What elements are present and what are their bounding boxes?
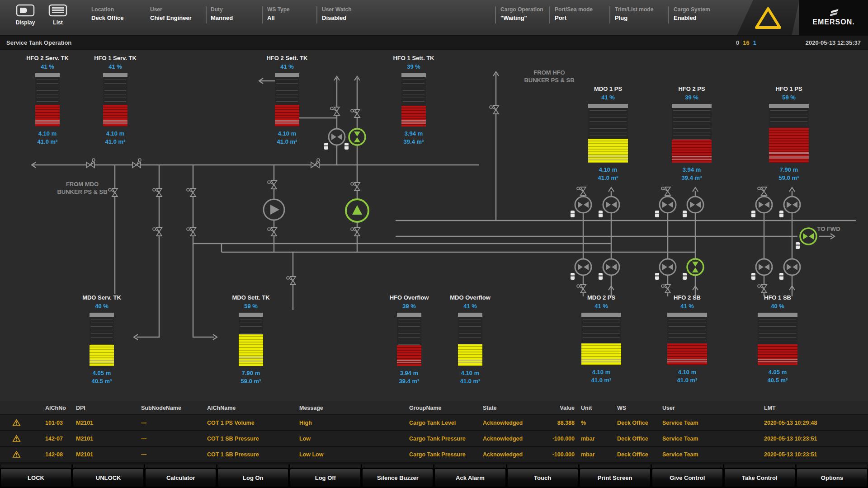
- actuated-valve-closed-icon[interactable]: [655, 259, 676, 280]
- tank-mdo-1-ps[interactable]: MDO 1 PS 41 % 4.10 m 41.0 m³: [574, 85, 642, 181]
- system-timestamp: 2020-05-13 12:35:37: [806, 39, 861, 46]
- separator: [668, 6, 669, 23]
- flow-arrow-icon: [693, 188, 698, 192]
- pump-running-icon[interactable]: [346, 199, 368, 222]
- process-diagram: FROM MDO BUNKER PS & SB FROM HFO BUNKER …: [0, 50, 868, 401]
- tank-hfo-1-sb[interactable]: HFO 1 SB 40 % 4.05 m 40.5 m³: [744, 294, 811, 384]
- actuated-valve-closed-icon[interactable]: [683, 197, 703, 217]
- manual-valve-icon[interactable]: [187, 228, 196, 236]
- page-title: Service Tank Operation: [6, 39, 71, 46]
- manual-valve-icon[interactable]: [268, 181, 277, 189]
- manual-valve-icon[interactable]: [351, 228, 360, 236]
- take-control-button[interactable]: Take Control: [724, 469, 795, 487]
- manual-valve-icon[interactable]: [153, 188, 162, 197]
- tank-hfo-1-ps[interactable]: HFO 1 PS 59 % 7.90 m 59.0 m³: [755, 85, 823, 181]
- tank-level-bar: [588, 104, 628, 163]
- manual-valve-icon[interactable]: [330, 107, 340, 115]
- manual-valve-icon[interactable]: [311, 159, 320, 168]
- tank-mdo-sett[interactable]: MDO Sett. TK 59 % 7.90 m 59.0 m³: [224, 294, 278, 385]
- manual-valve-icon[interactable]: [287, 277, 296, 285]
- silence-buzzer-button[interactable]: Silence Buzzer: [362, 469, 433, 487]
- tank-hfo-2-serv[interactable]: HFO 2 Serv. TK 41 % 4.10 m 41.0 m³: [20, 55, 75, 145]
- touch-button[interactable]: Touch: [507, 469, 578, 487]
- manual-valve-icon[interactable]: [351, 183, 360, 191]
- label-from-hfo: FROM HFO: [533, 69, 565, 76]
- title-bar: Service Tank Operation 0161 2020-05-13 1…: [0, 36, 868, 50]
- manual-valve-icon[interactable]: [108, 188, 118, 197]
- tank-hfo-2-sb[interactable]: HFO 2 SB 41 % 4.10 m 41.0 m³: [653, 294, 721, 384]
- manual-valve-icon[interactable]: [577, 285, 586, 293]
- actuated-valve-open-icon[interactable]: [344, 129, 365, 150]
- field-user-watch: User Watch Disabled: [322, 6, 352, 21]
- tank-hfo-1-sett[interactable]: HFO 1 Sett. TK 39 % 3.94 m 39.4 m³: [387, 55, 441, 145]
- separator: [549, 6, 550, 23]
- options-button[interactable]: Options: [797, 469, 868, 487]
- manual-valve-icon[interactable]: [351, 109, 360, 117]
- field-cargo-operation: Cargo Operation "Waiting": [500, 6, 543, 21]
- tank-hfo-1-serv[interactable]: HFO 1 Serv. TK 41 % 4.10 m 41.0 m³: [88, 55, 142, 145]
- log-on-button[interactable]: Log On: [217, 469, 288, 487]
- actuated-valve-closed-icon[interactable]: [751, 197, 772, 217]
- manual-valve-icon[interactable]: [758, 187, 767, 195]
- manual-valve-icon[interactable]: [758, 285, 767, 293]
- tank-level-bar: [458, 313, 482, 366]
- alarm-row[interactable]: 142-08 M2101 --- COT 1 SB Pressure Low L…: [0, 447, 868, 463]
- tank-level-bar: [769, 104, 809, 163]
- flow-arrow-icon: [609, 188, 614, 192]
- actuated-valve-closed-icon[interactable]: [779, 197, 800, 217]
- tank-hfo-2-ps[interactable]: HFO 2 PS 39 % 3.94 m 39.4 m³: [658, 85, 726, 181]
- tank-level-bar: [581, 313, 621, 365]
- pump-stopped-icon[interactable]: [264, 199, 284, 220]
- calculator-button[interactable]: Calculator: [145, 469, 216, 487]
- tank-hfo-overflow[interactable]: HFO Overflow 39 % 3.94 m 39.4 m³: [382, 294, 436, 385]
- display-button[interactable]: Display: [11, 4, 40, 26]
- manual-valve-icon[interactable]: [577, 187, 586, 195]
- col-groupname: GroupName: [409, 401, 483, 414]
- tank-mdo-2-ps[interactable]: MDO 2 PS 41 % 4.10 m 41.0 m³: [567, 294, 635, 384]
- unlock-button[interactable]: UNLOCK: [73, 469, 144, 487]
- actuated-valve-closed-icon[interactable]: [599, 197, 619, 217]
- display-icon: [16, 4, 35, 19]
- actuated-valve-closed-icon[interactable]: [751, 259, 772, 280]
- actuated-valve-open-icon[interactable]: [683, 259, 703, 280]
- list-button[interactable]: List: [43, 4, 72, 26]
- button-bar-strip: [0, 465, 868, 468]
- manual-valve-icon[interactable]: [132, 159, 141, 168]
- alarm-status-panel[interactable]: [737, 0, 799, 35]
- tank-level-bar: [672, 104, 712, 163]
- actuated-valve-closed-icon[interactable]: [599, 259, 619, 280]
- actuated-valve-open-icon[interactable]: [796, 228, 816, 249]
- manual-valve-icon[interactable]: [187, 188, 196, 197]
- manual-valve-icon[interactable]: [490, 106, 499, 114]
- log-off-button[interactable]: Log Off: [290, 469, 361, 487]
- manual-valve-icon[interactable]: [268, 228, 277, 236]
- col-unit: Unit: [581, 401, 617, 414]
- lock-button[interactable]: LOCK: [0, 469, 71, 487]
- tank-mdo-overflow[interactable]: MDO Overflow 41 % 4.10 m 41.0 m³: [443, 294, 497, 385]
- tank-mdo-serv[interactable]: MDO Serv. TK 40 % 4.05 m 40.5 m³: [75, 294, 129, 385]
- manual-valve-icon[interactable]: [86, 159, 95, 168]
- alarm-row[interactable]: 142-07 M2101 --- COT 1 SB Pressure Low C…: [0, 431, 868, 447]
- col-dpi: DPI: [76, 401, 141, 414]
- alarm-table-header: AlChNo DPI SubNodeName AlChName Message …: [0, 401, 868, 415]
- actuated-valve-closed-icon[interactable]: [571, 259, 591, 280]
- separator: [206, 6, 207, 23]
- label-from-mdo-2: BUNKER PS & SB: [57, 188, 107, 195]
- give-control-button[interactable]: Give Control: [652, 469, 723, 487]
- print-screen-button[interactable]: Print Screen: [580, 469, 651, 487]
- top-header: Display List Location Deck Office User C…: [0, 0, 868, 36]
- actuated-valve-closed-icon[interactable]: [571, 197, 591, 217]
- tank-hfo-2-sett[interactable]: HFO 2 Sett. TK 41 % 4.10 m 41.0 m³: [260, 55, 314, 145]
- actuated-valve-closed-icon[interactable]: [779, 259, 800, 280]
- manual-valve-icon[interactable]: [153, 228, 162, 236]
- manual-valve-icon[interactable]: [661, 285, 670, 293]
- col-message: Message: [299, 401, 409, 414]
- manual-valve-icon[interactable]: [661, 187, 670, 195]
- alarm-row[interactable]: 101-03 M2101 --- COT 1 PS Volume High Ca…: [0, 415, 868, 431]
- ack-alarm-button[interactable]: Ack Alarm: [434, 469, 505, 487]
- actuated-valve-closed-icon[interactable]: [655, 197, 676, 217]
- col-state: State: [483, 401, 540, 414]
- actuated-valve-closed-icon[interactable]: [324, 129, 345, 150]
- col-value: Value: [540, 401, 581, 414]
- tank-level-bar: [401, 73, 426, 127]
